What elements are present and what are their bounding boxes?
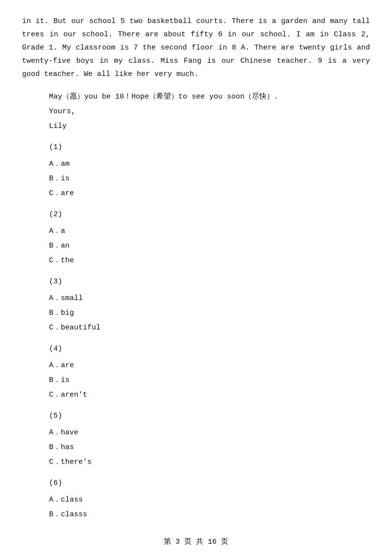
question-number-5: (5): [49, 409, 370, 423]
question-5-option-3: C．there's: [49, 455, 370, 470]
question-2-option-2: B．an: [49, 239, 370, 253]
question-4-option-2: B．is: [49, 373, 370, 388]
question-6-option-2: B．classs: [49, 507, 370, 522]
question-1-option-1: A．am: [49, 157, 370, 172]
letter-signature: Lily: [49, 119, 370, 134]
question-5-option-2: B．has: [49, 440, 370, 455]
question-number-3: (3): [49, 275, 370, 288]
letter-closing: Yours,: [49, 104, 370, 119]
question-number-6: (6): [49, 477, 370, 490]
question-number-4: (4): [49, 342, 370, 355]
question-3-option-1: A．small: [49, 291, 370, 306]
question-2-option-1: A．a: [49, 224, 370, 239]
question-1-option-2: B．is: [49, 172, 370, 186]
question-number-1: (1): [49, 141, 370, 154]
question-2-option-3: C．the: [49, 253, 370, 268]
question-number-2: (2): [49, 208, 370, 221]
question-3-option-2: B．big: [49, 306, 370, 321]
questions-container: (1)A．amB．isC．are(2)A．aB．anC．the(3)A．smal…: [49, 141, 370, 522]
page-footer: 第 3 页 共 16 页: [22, 537, 370, 546]
question-4-option-1: A．are: [49, 358, 370, 373]
question-6-option-1: A．class: [49, 493, 370, 507]
question-5-option-1: A．have: [49, 426, 370, 440]
question-4-option-3: C．aren't: [49, 388, 370, 403]
letter-greeting: May（愿）you be 10！Hope（希望）to see you soon（…: [49, 90, 370, 104]
question-1-option-3: C．are: [49, 186, 370, 201]
main-paragraph: in it. But our school 5 two basketball c…: [22, 15, 370, 81]
question-3-option-3: C．beautiful: [49, 321, 370, 335]
